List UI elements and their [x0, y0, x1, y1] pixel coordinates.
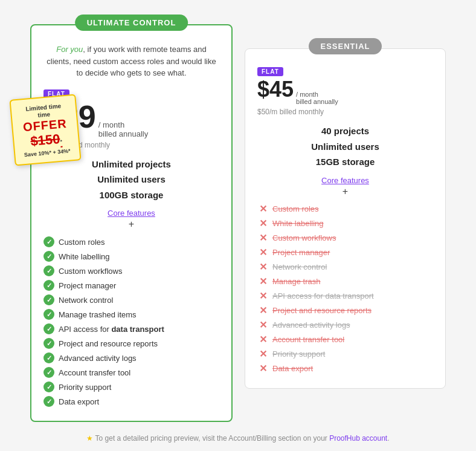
- x-icon: ✕: [257, 262, 268, 273]
- list-item: Data export: [43, 394, 219, 409]
- list-item: Project and resource reports: [43, 336, 219, 351]
- list-item: ✕Custom workflows: [257, 231, 433, 245]
- list-item: Custom workflows: [43, 264, 219, 278]
- x-icon: ✕: [257, 334, 268, 345]
- ultimate-highlights: Unlimited projects Unlimited users 100GB…: [43, 157, 219, 203]
- list-item: ✕Manage trash: [257, 274, 433, 289]
- check-icon: [43, 352, 54, 363]
- list-item: Advanced activity logs: [43, 351, 219, 365]
- essential-price: $45: [257, 79, 294, 100]
- list-item: ✕Data export: [257, 362, 433, 376]
- star-icon: ★: [86, 434, 93, 443]
- list-item: Custom roles: [43, 235, 219, 249]
- x-icon: ✕: [257, 276, 268, 287]
- essential-highlights: 40 projects Unlimited users 15GB storage: [257, 123, 433, 170]
- check-icon: [43, 367, 54, 378]
- essential-flat-tag: FLAT: [257, 67, 283, 76]
- essential-price-per: / month billed annually: [296, 91, 338, 105]
- check-icon: [43, 309, 54, 320]
- check-icon: [43, 323, 54, 334]
- check-icon: [43, 280, 54, 291]
- ultimate-feature-list: Custom roles White labelling Custom work…: [43, 235, 219, 409]
- essential-price-row: $45 / month billed annually: [257, 79, 433, 105]
- x-icon: ✕: [257, 320, 268, 331]
- list-item: Network control: [43, 293, 219, 307]
- footer-note: ★ To get a detailed pricing preview, vis…: [30, 434, 446, 443]
- list-item: Account transfer tool: [43, 365, 219, 380]
- x-icon: ✕: [257, 305, 268, 316]
- list-item: ✕API access for data transport: [257, 289, 433, 303]
- check-icon: [43, 396, 54, 407]
- list-item: ✕Custom roles: [257, 202, 433, 216]
- list-item: ✕Project manager: [257, 245, 433, 260]
- offer-badge: Limited timetime OFFER $150* Save 10%* +…: [9, 94, 81, 166]
- x-icon: ✕: [257, 291, 268, 302]
- essential-badge: ESSENTIAL: [309, 38, 382, 54]
- x-icon: ✕: [257, 349, 268, 360]
- list-item: White labelling: [43, 249, 219, 264]
- x-icon: ✕: [257, 204, 268, 215]
- list-item: ✕White labelling: [257, 216, 433, 231]
- check-icon: [43, 338, 54, 349]
- essential-plan-card: ESSENTIAL FLAT $45 / month billed annual…: [245, 48, 446, 389]
- ultimate-badge: ULTIMATE CONTROL: [75, 15, 188, 31]
- ultimate-core-link[interactable]: Core features: [43, 209, 219, 218]
- list-item: ✕Priority support: [257, 347, 433, 362]
- ultimate-price-per: / month billed annually: [98, 120, 148, 138]
- ultimate-description: For you, if you work with remote teams a…: [43, 44, 219, 79]
- page-wrapper: Limited timetime OFFER $150* Save 10%* +…: [12, 12, 464, 451]
- ultimate-plus: +: [43, 219, 219, 230]
- list-item: Manage trashed items: [43, 307, 219, 322]
- x-icon: ✕: [257, 233, 268, 244]
- list-item: Priority support: [43, 380, 219, 394]
- essential-price-monthly: $50/m billed monthly: [257, 108, 433, 116]
- x-icon: ✕: [257, 363, 268, 374]
- proofhub-link[interactable]: ProofHub account: [329, 434, 387, 443]
- plans-container: Limited timetime OFFER $150* Save 10%* +…: [30, 24, 446, 422]
- x-icon: ✕: [257, 247, 268, 258]
- essential-feature-list: ✕Custom roles ✕White labelling ✕Custom w…: [257, 202, 433, 376]
- list-item: Project manager: [43, 278, 219, 293]
- footer-text: To get a detailed pricing preview, visit…: [95, 434, 390, 443]
- list-item: ✕Project and resource reports: [257, 303, 433, 318]
- check-icon: [43, 251, 54, 262]
- check-icon: [43, 294, 54, 305]
- list-item: ✕Account transfer tool: [257, 333, 433, 347]
- check-icon: [43, 236, 54, 247]
- list-item: API access for data transport: [43, 322, 219, 336]
- essential-core-link[interactable]: Core features: [257, 176, 433, 185]
- list-item: ✕Network control: [257, 260, 433, 274]
- check-icon: [43, 265, 54, 276]
- essential-plus: +: [257, 186, 433, 197]
- ultimate-plan-card: ULTIMATE CONTROL For you, if you work wi…: [30, 24, 233, 422]
- x-icon: ✕: [257, 218, 268, 229]
- check-icon: [43, 381, 54, 392]
- list-item: ✕Advanced activity logs: [257, 318, 433, 333]
